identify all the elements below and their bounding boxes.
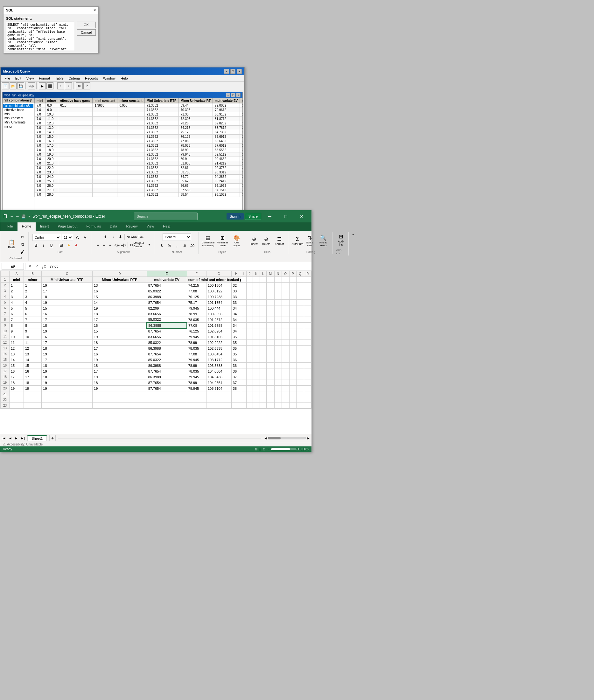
empty-cell[interactable] [187, 391, 206, 397]
mq-cell[interactable]: 83.765 [178, 170, 212, 175]
mq-cell[interactable]: 71.3662 [144, 135, 178, 139]
empty-cell[interactable] [266, 397, 274, 403]
mq-cell[interactable]: 80.9 [178, 157, 212, 161]
mq-toolbar-stop[interactable]: ⬛ [46, 82, 54, 90]
dec-dec-btn[interactable]: .00 [189, 242, 196, 249]
format-painter-button[interactable]: 🖌 [19, 248, 26, 256]
excel-search-input[interactable] [134, 212, 198, 220]
cell-e2[interactable]: 87.7654 [147, 282, 187, 288]
col-r[interactable]: R [304, 271, 311, 277]
cell-q1[interactable] [296, 277, 304, 282]
align-center-btn[interactable]: ≡ [101, 241, 107, 248]
cell-g6[interactable]: 100.444 [206, 305, 231, 311]
sheetbar-scroll-left[interactable]: ◄ [264, 436, 267, 440]
cell-g5[interactable]: 101.1354 [206, 300, 231, 305]
cell-12-5[interactable] [266, 300, 274, 305]
excel-save-icon[interactable]: 💾 [21, 214, 26, 219]
cell-15-20[interactable] [289, 386, 296, 391]
empty-cell[interactable] [289, 391, 296, 397]
cell-b1[interactable]: minor [24, 277, 41, 282]
col-n[interactable]: N [274, 271, 282, 277]
mq-cell[interactable]: 20.0 [240, 126, 242, 130]
cell-16-6[interactable] [296, 305, 304, 311]
cell-c3[interactable]: 17 [42, 288, 93, 294]
mq-cell[interactable] [118, 175, 144, 179]
cell-15-6[interactable] [289, 305, 296, 311]
cell-c10[interactable]: 19 [42, 328, 93, 334]
cell-h18[interactable]: 37 [231, 374, 241, 380]
cell-17-14[interactable] [304, 351, 311, 357]
cell-16-18[interactable] [296, 374, 304, 380]
mq-cell[interactable] [93, 166, 118, 170]
cell-h8[interactable]: 34 [231, 317, 241, 323]
mq-cell[interactable] [118, 112, 144, 117]
cell-14-2[interactable] [282, 282, 289, 288]
cell-14-13[interactable] [282, 345, 289, 351]
cell-15-8[interactable] [289, 317, 296, 323]
mq-cell[interactable]: 84.72 [178, 175, 212, 179]
mq-cell[interactable]: 15.0 [240, 103, 242, 108]
cell-f11[interactable]: 79.945 [187, 334, 206, 340]
mq-cell[interactable] [58, 148, 93, 153]
cell-8-6[interactable] [241, 305, 246, 311]
cell-e11[interactable]: 83.6656 [147, 334, 187, 340]
cell-8-19[interactable] [241, 380, 246, 386]
mq-cell[interactable] [58, 161, 93, 166]
empty-cell[interactable] [24, 391, 41, 397]
cell-g17[interactable]: 104.0004 [206, 368, 231, 374]
cell-11-2[interactable] [260, 282, 267, 288]
tab-file[interactable]: File [3, 223, 18, 231]
cell-e3[interactable]: 85.0322 [147, 288, 187, 294]
dec-inc-btn[interactable]: .0 [181, 242, 188, 249]
empty-cell[interactable] [266, 391, 274, 397]
cell-e18[interactable]: 86.3988 [147, 374, 187, 380]
empty-cell[interactable] [253, 391, 260, 397]
mq-cell[interactable]: 71.3662 [144, 112, 178, 117]
mq-cell[interactable] [118, 193, 144, 197]
cell-k1[interactable] [253, 277, 260, 282]
cell-c18[interactable]: 18 [42, 374, 93, 380]
empty-cell[interactable] [246, 403, 253, 408]
cell-15-12[interactable] [289, 340, 296, 345]
mq-cell[interactable]: 26.0 [45, 184, 58, 188]
cell-9-3[interactable] [246, 288, 253, 294]
bold-button[interactable]: B [32, 241, 39, 248]
mq-cell[interactable]: 17.0 [45, 143, 58, 148]
font-name-select[interactable]: Calibri [32, 234, 61, 241]
mq-cell[interactable]: 78.99 [178, 148, 212, 153]
cell-d16[interactable]: 18 [93, 363, 147, 368]
cell-b9[interactable]: 8 [24, 323, 41, 328]
mq-cell[interactable]: 7.0 [35, 148, 45, 153]
mq-cell[interactable]: 77.08 [178, 139, 212, 143]
mq-cell[interactable]: 69.44 [178, 103, 212, 108]
cell-14-15[interactable] [282, 357, 289, 363]
cell-9-16[interactable] [246, 363, 253, 368]
mq-cell[interactable]: 16.0 [45, 139, 58, 143]
cell-8-7[interactable] [241, 311, 246, 317]
cell-17-8[interactable] [304, 317, 311, 323]
cell-h13[interactable]: 35 [231, 345, 241, 351]
mq-cell[interactable]: 85.6912 [213, 135, 240, 139]
cell-9-11[interactable] [246, 334, 253, 340]
cell-a7[interactable]: 6 [9, 311, 24, 317]
cell-b16[interactable]: 15 [24, 363, 41, 368]
cell-10-7[interactable] [253, 311, 260, 317]
cell-c9[interactable]: 18 [42, 323, 93, 328]
indent-less-btn[interactable]: ◁≡ [114, 241, 120, 248]
formula-enter-btn[interactable]: ✓ [34, 263, 40, 269]
cell-9-6[interactable] [246, 305, 253, 311]
col-h[interactable]: H [231, 271, 241, 277]
mq-toolbar-new[interactable]: 📄 [2, 82, 9, 90]
cell-13-10[interactable] [274, 328, 282, 334]
cell-11-16[interactable] [260, 363, 267, 368]
cell-10-8[interactable] [253, 317, 260, 323]
cell-b18[interactable]: 17 [24, 374, 41, 380]
cell-10-11[interactable] [253, 334, 260, 340]
mq-cell[interactable]: 87.6012 [213, 143, 240, 148]
mq-toolbar-sort-asc[interactable]: ↑ [57, 82, 64, 90]
mq-cell[interactable] [118, 157, 144, 161]
cell-13-2[interactable] [274, 282, 282, 288]
cell-16-20[interactable] [296, 386, 304, 391]
empty-cell[interactable] [260, 403, 267, 408]
empty-cell[interactable] [206, 397, 231, 403]
